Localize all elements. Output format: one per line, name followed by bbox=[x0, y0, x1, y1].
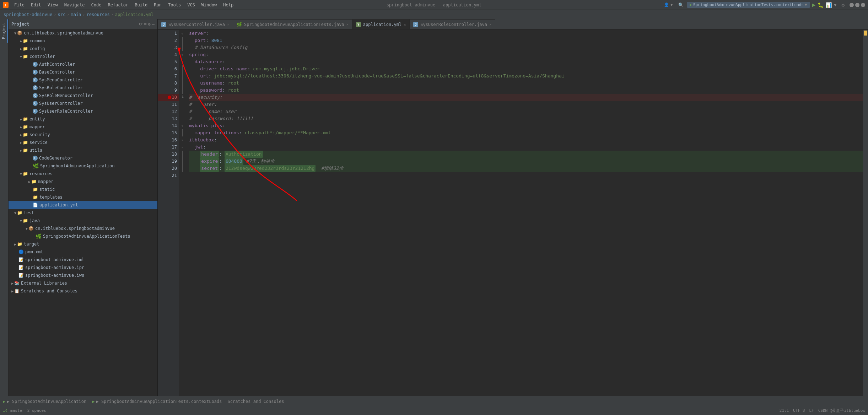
tree-item-sysuserrole[interactable]: C SysUserRoleController bbox=[9, 107, 157, 115]
menu-navigate[interactable]: Navigate bbox=[61, 2, 88, 8]
editor-content[interactable]: 1 2 3 4 5 6 7 8 9 10 11 12 13 14 15 bbox=[158, 30, 868, 396]
tree-item-java-test[interactable]: ▼ 📁 java bbox=[9, 217, 157, 225]
window-controls bbox=[850, 3, 865, 7]
tree-item-service[interactable]: ▶ 📁 service bbox=[9, 139, 157, 146]
indent-label: 2 spaces bbox=[27, 408, 46, 413]
line-4: 4 bbox=[158, 51, 179, 58]
tree-item-test-pkg[interactable]: ▼ 📦 cn.itbluebox.springbootadminvue bbox=[9, 225, 157, 232]
debug-btn[interactable]: 🐛 bbox=[818, 2, 824, 8]
code-editor[interactable]: server: port: 8081 # DataSource Config s… bbox=[185, 30, 868, 396]
breadcrumb-project[interactable]: springboot-adminvue bbox=[4, 12, 52, 17]
collapse-btn[interactable]: ≡ bbox=[144, 22, 146, 27]
tab-close-icon[interactable]: ✕ bbox=[489, 22, 491, 26]
minimize-tree-btn[interactable]: — bbox=[152, 22, 155, 27]
tree-item-mapper-res[interactable]: ▶ 📁 mapper bbox=[9, 178, 157, 185]
tab-close-icon[interactable]: ✕ bbox=[404, 23, 406, 27]
tab-close-icon[interactable]: ✕ bbox=[346, 22, 349, 26]
tree-item-target[interactable]: ▶ 📁 target bbox=[9, 240, 157, 248]
fold-4[interactable]: ▿ bbox=[181, 51, 183, 58]
tree-item-sysrole[interactable]: C SysRoleController bbox=[9, 84, 157, 92]
tree-item-mapper[interactable]: ▶ 📁 mapper bbox=[9, 123, 157, 131]
more-btn[interactable]: ▼ bbox=[834, 2, 836, 7]
menu-build[interactable]: Build bbox=[132, 2, 150, 8]
search-everywhere-btn[interactable]: 🔍 bbox=[677, 1, 685, 9]
run-config-selector[interactable]: ▶ SpringbootAdminvueApplicationTests.con… bbox=[687, 2, 810, 8]
tab-springboottests[interactable]: 🌿 SpringbootAdminvueApplicationTests.jav… bbox=[233, 19, 352, 29]
java-icon: C bbox=[33, 101, 38, 106]
code-line-6: driver-class-name: com.mysql.cj.jdbc.Dri… bbox=[189, 65, 868, 72]
settings-btn[interactable]: ⚙ bbox=[842, 2, 845, 8]
tree-item-iws[interactable]: 📝 springboot-adminvue.iws bbox=[9, 271, 157, 279]
iws-icon: 📝 bbox=[18, 273, 24, 278]
tree-item-root[interactable]: ▼ 📦 cn.itbluebox.springbootadminvue bbox=[9, 29, 157, 37]
fold-14[interactable]: ▿ bbox=[181, 122, 183, 129]
tree-item-config[interactable]: ▶ 📁 config bbox=[9, 45, 157, 53]
maximize-btn[interactable] bbox=[855, 3, 859, 7]
menu-view[interactable]: View bbox=[45, 2, 61, 8]
menu-run[interactable]: Run bbox=[151, 2, 165, 8]
bottom-tab-run-label: ▶ SpringbootAdminvueApplication bbox=[7, 399, 86, 404]
tree-item-templates[interactable]: 📁 templates bbox=[9, 193, 157, 201]
menu-file[interactable]: File bbox=[11, 2, 27, 8]
menu-refactor[interactable]: Refactor bbox=[105, 2, 131, 8]
tree-item-springboottests[interactable]: 🌿 SpringbootAdminvueApplicationTests bbox=[9, 232, 157, 240]
tree-item-sysmenu[interactable]: C SysMenuController bbox=[9, 76, 157, 84]
breadcrumb-resources[interactable]: resources bbox=[87, 12, 110, 17]
code-line-13: # password: 111111 bbox=[189, 115, 868, 122]
tree-item-entity[interactable]: ▶ 📁 entity bbox=[9, 115, 157, 123]
breadcrumb-src[interactable]: src bbox=[58, 12, 66, 17]
git-branch: master bbox=[10, 408, 25, 413]
breadcrumb-file[interactable]: application.yml bbox=[115, 12, 153, 17]
ipr-icon: 📝 bbox=[18, 265, 24, 270]
sync-btn[interactable]: ⟳ bbox=[139, 22, 142, 27]
tree-item-test[interactable]: ▼ 📁 test bbox=[9, 209, 157, 217]
run-btn[interactable]: ▶ bbox=[812, 1, 816, 8]
close-btn[interactable] bbox=[861, 3, 865, 7]
tree-item-iml[interactable]: 📝 springboot-adminvue.iml bbox=[9, 256, 157, 264]
bottom-tab-scratches[interactable]: Scratches and Consoles bbox=[225, 396, 287, 406]
bottom-tab-tests[interactable]: ▶ ▶ SpringbootAdminvueApplicationTests.c… bbox=[89, 396, 225, 406]
bottom-tab-run[interactable]: ▶ ▶ SpringbootAdminvueApplication bbox=[0, 396, 89, 406]
tree-item-common[interactable]: ▶ 📁 common bbox=[9, 37, 157, 45]
vtab-project[interactable]: Project bbox=[0, 19, 8, 43]
tree-item-ipr[interactable]: 📝 springboot-adminvue.ipr bbox=[9, 264, 157, 271]
tree-item-sysrolemenu[interactable]: C SysRoleMenuController bbox=[9, 92, 157, 99]
fold-16[interactable]: ▿ bbox=[181, 136, 183, 144]
tab-close-icon[interactable]: ✕ bbox=[227, 22, 229, 26]
tree-item-codegen[interactable]: C CodeGenerator bbox=[9, 154, 157, 162]
tree-item-ext-libs[interactable]: ▶ 📚 External Libraries bbox=[9, 279, 157, 287]
menu-edit[interactable]: Edit bbox=[28, 2, 44, 8]
minimize-btn[interactable] bbox=[850, 3, 854, 7]
tree-item-static[interactable]: 📁 static bbox=[9, 185, 157, 193]
sidebar-tools: ⟳ ≡ ⚙ — bbox=[139, 22, 155, 27]
menu-tools[interactable]: Tools bbox=[165, 2, 184, 8]
tab-sysusercontroller[interactable]: J SysUserController.java ✕ bbox=[158, 19, 233, 29]
fold-17[interactable]: ▿ bbox=[181, 144, 183, 151]
git-icon: ⎇ bbox=[3, 408, 7, 413]
folder-icon: 📁 bbox=[23, 132, 28, 137]
tree-item-pom[interactable]: 🔵 pom.xml bbox=[9, 248, 157, 256]
tree-item-security[interactable]: ▶ 📁 security bbox=[9, 131, 157, 139]
tree-item-basecontroller[interactable]: C BaseController bbox=[9, 68, 157, 76]
menu-window[interactable]: Window bbox=[199, 2, 220, 8]
coverage-btn[interactable]: 📊 bbox=[826, 2, 832, 8]
menu-vcs[interactable]: VCS bbox=[184, 2, 198, 8]
tree-item-resources[interactable]: ▼ 📁 resources bbox=[9, 170, 157, 178]
fold-1[interactable]: ▿ bbox=[181, 30, 183, 37]
breadcrumb-main[interactable]: main bbox=[71, 12, 81, 17]
tree-item-springapp[interactable]: 🌿 SpringbootAdminvueApplication bbox=[9, 162, 157, 170]
sidebar-content[interactable]: ▼ 📦 cn.itbluebox.springbootadminvue ▶ 📁 … bbox=[9, 29, 157, 396]
tree-item-application-yml[interactable]: 📄 application.yml bbox=[9, 201, 157, 209]
menu-code[interactable]: Code bbox=[88, 2, 104, 8]
tree-item-utils[interactable]: ▶ 📁 utils bbox=[9, 146, 157, 154]
settings-tree-btn[interactable]: ⚙ bbox=[148, 22, 151, 27]
tab-application-yml[interactable]: Y application.yml ✕ bbox=[352, 19, 410, 29]
tree-item-controller[interactable]: ▼ 📁 controller bbox=[9, 53, 157, 60]
menu-help[interactable]: Help bbox=[220, 2, 236, 8]
tree-item-authcontroller[interactable]: C AuthController bbox=[9, 60, 157, 68]
tree-item-sysuser[interactable]: C SysUserController bbox=[9, 99, 157, 107]
fold-5[interactable]: ▿ bbox=[181, 58, 183, 65]
tree-item-scratches[interactable]: ▶ 📋 Scratches and Consoles bbox=[9, 287, 157, 295]
tree-label: SpringbootAdminvueApplication bbox=[40, 163, 115, 168]
tab-sysuserrolecontroller[interactable]: J SysUserRoleController.java ✕ bbox=[410, 19, 495, 29]
